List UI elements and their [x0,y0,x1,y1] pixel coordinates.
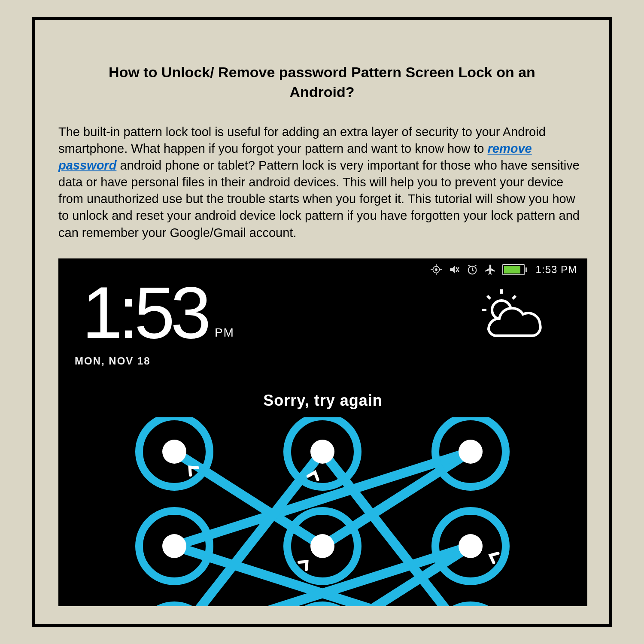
document-page: How to Unlock/ Remove password Pattern S… [32,17,612,627]
clock-minutes: :53 [118,280,207,346]
paragraph-pre: The built-in pattern lock tool is useful… [58,125,546,155]
gps-icon [430,264,442,276]
svg-line-23 [174,452,471,546]
status-bar: 1:53 PM [430,261,577,278]
svg-point-1 [435,269,437,270]
svg-line-17 [487,296,490,299]
svg-line-18 [513,296,516,299]
svg-line-13 [474,265,476,266]
weather-icon [467,289,549,349]
status-time: 1:53 PM [536,264,577,276]
svg-line-12 [468,265,470,266]
lockscreen-clock: 1 :53 PM [82,280,234,346]
svg-line-21 [174,452,322,546]
svg-line-11 [472,270,474,271]
airplane-icon [484,264,496,276]
mute-icon [448,264,460,276]
battery-icon [502,264,527,275]
svg-marker-6 [450,266,455,273]
lockscreen-date: MON, NOV 18 [75,355,151,367]
pattern-lock-grid[interactable] [118,417,526,606]
page-title: How to Unlock/ Remove password Pattern S… [84,63,560,102]
android-lockscreen: 1:53 PM 1 :53 PM MON, NOV 18 Sorry, try … [58,258,587,606]
body-paragraph: The built-in pattern lock tool is useful… [58,124,586,241]
pattern-error-message: Sorry, try again [58,392,587,410]
clock-hour: 1 [82,280,118,346]
paragraph-post: android phone or tablet? Pattern lock is… [58,158,580,240]
clock-ampm: PM [215,326,234,340]
svg-line-22 [322,452,471,546]
alarm-icon [466,264,478,276]
